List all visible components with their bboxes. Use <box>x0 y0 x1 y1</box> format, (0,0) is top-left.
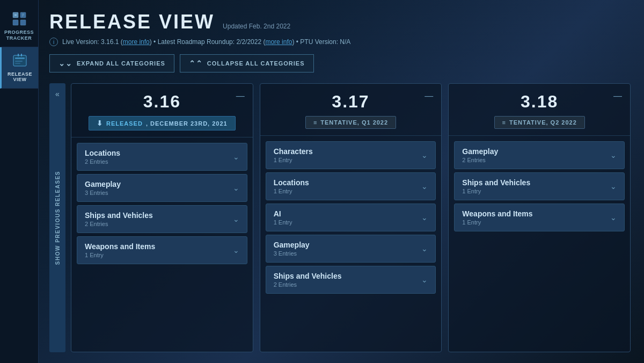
release-body-3.17: Characters 1 Entry ⌄ Locations 1 Entry ⌄… <box>260 136 442 352</box>
expand-chevron-icon: ⌄⌄ <box>58 59 72 68</box>
category-item-3.17-1[interactable]: Locations 1 Entry ⌄ <box>266 172 436 200</box>
category-name: Gameplay <box>462 147 498 156</box>
category-info: Gameplay 3 Entries <box>274 241 310 257</box>
category-name: Gameplay <box>274 241 310 249</box>
category-entries: 2 Entries <box>274 281 342 288</box>
minimize-button-3.17[interactable]: — <box>425 92 433 100</box>
release-version-3.18: 3.18 <box>459 92 619 112</box>
category-item-3.18-0[interactable]: Gameplay 2 Entries ⌄ <box>454 141 625 169</box>
show-previous-releases-bar[interactable]: « SHOW PREVIOUS RELEASES <box>49 83 65 352</box>
category-item-3.18-2[interactable]: Weapons and Items 1 Entry ⌄ <box>454 204 625 231</box>
category-item-3.16-1[interactable]: Gameplay 3 Entries ⌄ <box>77 174 247 202</box>
live-more-info-link[interactable]: more info <box>123 38 150 46</box>
sidebar-progress-label: PROGRESS TRACKER <box>3 30 35 41</box>
sidebar: PROGRESS TRACKER RELEASE VIEW <box>0 0 39 363</box>
release-header-3.16: 3.16 ⬇ RELEASED, December 23rd, 2021 — <box>71 84 253 137</box>
release-version-3.17: 3.17 <box>271 92 431 112</box>
list-icon: ≡ <box>502 119 506 126</box>
version-info-text: Live Version: 3.16.1 (more info) • Lates… <box>62 38 350 46</box>
sidebar-release-label: RELEASE VIEW <box>4 71 35 83</box>
category-chevron-icon: ⌄ <box>233 184 239 192</box>
category-chevron-icon: ⌄ <box>610 182 617 191</box>
page-header: RELEASE VIEW Updated Feb. 2nd 2022 i Liv… <box>49 11 631 46</box>
category-info: Weapons and Items 1 Entry <box>85 242 155 258</box>
category-chevron-icon: ⌄ <box>421 151 428 159</box>
category-entries: 1 Entry <box>462 188 530 194</box>
category-name: Weapons and Items <box>462 209 532 218</box>
show-prev-arrow-icon: « <box>55 90 60 98</box>
page-title: RELEASE VIEW <box>49 11 215 33</box>
category-item-3.16-2[interactable]: Ships and Vehicles 2 Entries ⌄ <box>77 205 247 233</box>
releases-wrapper: « SHOW PREVIOUS RELEASES 3.16 ⬇ RELEASED… <box>49 83 631 352</box>
release-col-3.17: 3.17 ≡ TENTATIVE, Q1 2022 — Characters 1… <box>260 83 442 352</box>
category-chevron-icon: ⌄ <box>421 213 428 222</box>
category-item-3.17-0[interactable]: Characters 1 Entry ⌄ <box>266 141 436 169</box>
release-body-3.16: Locations 2 Entries ⌄ Gameplay 3 Entries… <box>71 137 253 352</box>
sidebar-item-progress-tracker[interactable]: PROGRESS TRACKER <box>0 5 38 47</box>
main-content: RELEASE VIEW Updated Feb. 2nd 2022 i Liv… <box>39 0 644 363</box>
category-item-3.16-0[interactable]: Locations 2 Entries ⌄ <box>77 143 247 171</box>
category-chevron-icon: ⌄ <box>421 275 428 284</box>
category-info: Weapons and Items 1 Entry <box>462 209 532 226</box>
version-bar: i Live Version: 3.16.1 (more info) • Lat… <box>49 38 631 46</box>
category-name: AI <box>274 209 292 218</box>
category-chevron-icon: ⌄ <box>610 213 617 222</box>
category-info: Ships and Vehicles 2 Entries <box>274 272 342 288</box>
category-entries: 2 Entries <box>85 221 153 227</box>
category-item-3.18-1[interactable]: Ships and Vehicles 1 Entry ⌄ <box>454 172 625 200</box>
category-item-3.17-4[interactable]: Ships and Vehicles 2 Entries ⌄ <box>266 266 436 294</box>
category-info: Ships and Vehicles 2 Entries <box>85 211 153 227</box>
updated-text: Updated Feb. 2nd 2022 <box>223 23 290 30</box>
category-chevron-icon: ⌄ <box>421 244 428 253</box>
category-item-3.17-2[interactable]: AI 1 Entry ⌄ <box>266 204 436 231</box>
badge-released-3.16: ⬇ RELEASED, December 23rd, 2021 <box>89 116 236 130</box>
category-entries: 3 Entries <box>85 190 121 196</box>
category-entries: 2 Entries <box>462 157 498 163</box>
category-entries: 3 Entries <box>274 250 310 257</box>
svg-rect-9 <box>15 57 25 59</box>
svg-rect-2 <box>13 20 18 25</box>
category-entries: 1 Entry <box>462 219 532 226</box>
category-info: Gameplay 2 Entries <box>462 147 498 163</box>
category-info: Gameplay 3 Entries <box>85 180 121 196</box>
category-chevron-icon: ⌄ <box>610 151 617 159</box>
category-entries: 1 Entry <box>274 219 292 226</box>
roadmap-more-info-link[interactable]: more info <box>265 38 292 46</box>
minimize-button-3.18[interactable]: — <box>613 92 622 100</box>
category-chevron-icon: ⌄ <box>233 215 239 223</box>
release-col-3.16: 3.16 ⬇ RELEASED, December 23rd, 2021 — L… <box>71 83 253 352</box>
category-info: Locations 2 Entries <box>85 149 120 165</box>
category-name: Ships and Vehicles <box>274 272 342 280</box>
release-col-3.18: 3.18 ≡ TENTATIVE, Q2 2022 — Gameplay 2 E… <box>448 83 631 352</box>
category-name: Locations <box>85 149 120 157</box>
release-header-3.18: 3.18 ≡ TENTATIVE, Q2 2022 — <box>449 84 630 136</box>
category-name: Weapons and Items <box>85 242 155 251</box>
category-info: Locations 1 Entry <box>274 178 309 194</box>
show-prev-label: SHOW PREVIOUS RELEASES <box>55 171 61 265</box>
category-name: Ships and Vehicles <box>85 211 153 220</box>
category-info: Characters 1 Entry <box>274 147 313 163</box>
category-chevron-icon: ⌄ <box>421 182 428 191</box>
category-name: Locations <box>274 178 309 187</box>
release-body-3.18: Gameplay 2 Entries ⌄ Ships and Vehicles … <box>449 136 630 352</box>
info-icon[interactable]: i <box>49 38 58 46</box>
collapse-label: COLLAPSE ALL CATEGORIES <box>207 60 305 67</box>
toolbar: ⌄⌄ EXPAND ALL CATEGORIES ⌃⌃ COLLAPSE ALL… <box>49 54 631 72</box>
category-entries: 1 Entry <box>274 157 313 163</box>
category-chevron-icon: ⌄ <box>233 153 239 161</box>
badge-tentative-3.18: ≡ TENTATIVE, Q2 2022 <box>494 116 585 129</box>
progress-tracker-icon <box>10 11 29 27</box>
category-entries: 1 Entry <box>274 188 309 194</box>
release-version-3.16: 3.16 <box>82 92 242 112</box>
svg-rect-10 <box>15 61 23 62</box>
category-entries: 1 Entry <box>85 252 155 258</box>
svg-rect-12 <box>18 54 19 56</box>
category-name: Ships and Vehicles <box>462 178 530 187</box>
collapse-all-button[interactable]: ⌃⌃ COLLAPSE ALL CATEGORIES <box>180 54 314 72</box>
category-item-3.17-3[interactable]: Gameplay 3 Entries ⌄ <box>266 235 436 263</box>
category-item-3.16-3[interactable]: Weapons and Items 1 Entry ⌄ <box>77 236 247 264</box>
sidebar-item-release-view[interactable]: RELEASE VIEW <box>0 47 38 89</box>
category-name: Gameplay <box>85 180 121 188</box>
expand-all-button[interactable]: ⌄⌄ EXPAND ALL CATEGORIES <box>49 54 174 72</box>
minimize-button-3.16[interactable]: — <box>236 92 245 100</box>
